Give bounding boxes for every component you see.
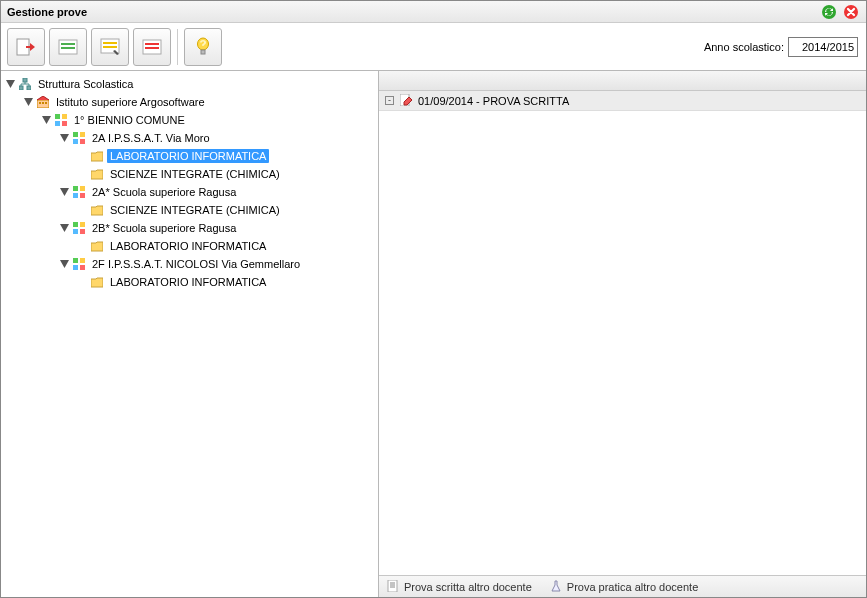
tree-pane[interactable]: Struttura Scolastica Istituto superiore … (1, 71, 379, 597)
list-header (379, 71, 866, 91)
year-input[interactable] (788, 37, 858, 57)
footer: Prova scritta altro docente Prova pratic… (379, 575, 866, 597)
tree-node-label: SCIENZE INTEGRATE (CHIMICA) (107, 203, 283, 217)
tree-node-label: LABORATORIO INFORMATICA (107, 239, 269, 253)
svg-rect-40 (80, 265, 85, 270)
expand-toggle[interactable] (59, 187, 69, 197)
svg-rect-29 (73, 186, 78, 191)
tree-class[interactable]: 2A I.P.S.S.A.T. Via Moro (55, 129, 378, 147)
svg-rect-30 (80, 186, 85, 191)
svg-rect-38 (80, 258, 85, 263)
toolbar: Anno scolastico: (1, 23, 866, 71)
svg-rect-8 (103, 46, 117, 48)
svg-rect-26 (80, 132, 85, 137)
svg-rect-22 (62, 114, 67, 119)
window-title: Gestione prove (7, 6, 816, 18)
svg-rect-39 (73, 265, 78, 270)
tree-node-label: 2A I.P.S.S.A.T. Via Moro (89, 131, 213, 145)
svg-rect-27 (73, 139, 78, 144)
svg-rect-4 (61, 43, 75, 45)
flask-icon (550, 580, 562, 594)
tree-root[interactable]: Struttura Scolastica (1, 75, 378, 93)
svg-rect-21 (55, 114, 60, 119)
svg-rect-20 (45, 102, 47, 104)
svg-rect-18 (39, 102, 41, 104)
svg-rect-33 (73, 222, 78, 227)
doc-icon (387, 580, 399, 594)
prova-scritta-verde-button[interactable] (49, 28, 87, 66)
svg-rect-11 (145, 47, 159, 49)
grid-icon (72, 131, 86, 145)
back-button[interactable] (7, 28, 45, 66)
grid-icon (72, 221, 86, 235)
tree-biennio[interactable]: 1° BIENNIO COMUNE (37, 111, 378, 129)
svg-rect-13 (201, 50, 205, 54)
svg-rect-23 (55, 121, 60, 126)
grid-icon (72, 257, 86, 271)
svg-rect-35 (73, 229, 78, 234)
legend-pratica: Prova pratica altro docente (550, 580, 698, 594)
body: Struttura Scolastica Istituto superiore … (1, 71, 866, 597)
tree-subject[interactable]: LABORATORIO INFORMATICA (73, 273, 378, 291)
tree-node-label: 1° BIENNIO COMUNE (71, 113, 188, 127)
tree-node-label: Istituto superiore Argosoftware (53, 95, 208, 109)
svg-rect-19 (42, 102, 44, 104)
tree-institute[interactable]: Istituto superiore Argosoftware (19, 93, 378, 111)
tree-subject[interactable]: LABORATORIO INFORMATICA (73, 237, 378, 255)
svg-rect-16 (27, 86, 31, 90)
toolbar-separator (177, 29, 178, 65)
collapse-icon[interactable]: - (385, 96, 394, 105)
tree-subject[interactable]: SCIENZE INTEGRATE (CHIMICA) (73, 201, 378, 219)
svg-rect-31 (73, 193, 78, 198)
tree-class[interactable]: 2B* Scuola superiore Ragusa (55, 219, 378, 237)
tree-node-label: 2B* Scuola superiore Ragusa (89, 221, 239, 235)
refresh-icon[interactable] (820, 3, 838, 21)
legend-scritta: Prova scritta altro docente (387, 580, 532, 594)
folder-icon (90, 275, 104, 289)
svg-rect-42 (388, 580, 397, 592)
tree-node-label: 2A* Scuola superiore Ragusa (89, 185, 239, 199)
tree-node-label: Struttura Scolastica (35, 77, 136, 91)
tree-subject[interactable]: LABORATORIO INFORMATICA (73, 147, 378, 165)
close-icon[interactable] (842, 3, 860, 21)
tree-class[interactable]: 2A* Scuola superiore Ragusa (55, 183, 378, 201)
year-label: Anno scolastico: (704, 41, 784, 53)
tree-node-label: LABORATORIO INFORMATICA (107, 275, 269, 289)
svg-rect-24 (62, 121, 67, 126)
grid-icon (72, 185, 86, 199)
hint-button[interactable] (184, 28, 222, 66)
svg-rect-32 (80, 193, 85, 198)
prova-scritta-rossa-button[interactable] (133, 28, 171, 66)
folder-icon (90, 239, 104, 253)
svg-rect-10 (145, 43, 159, 45)
list-item-label: 01/09/2014 - PROVA SCRITTA (418, 95, 569, 107)
folder-icon (90, 203, 104, 217)
expand-toggle[interactable] (23, 97, 33, 107)
svg-rect-5 (61, 47, 75, 49)
expand-toggle[interactable] (59, 133, 69, 143)
list-body[interactable]: - 01/09/2014 - PROVA SCRITTA (379, 91, 866, 575)
expand-toggle[interactable] (5, 79, 15, 89)
tree-subject[interactable]: SCIENZE INTEGRATE (CHIMICA) (73, 165, 378, 183)
tree-class[interactable]: 2F I.P.S.S.A.T. NICOLOSI Via Gemmellaro (55, 255, 378, 273)
svg-rect-36 (80, 229, 85, 234)
prova-scritta-gialla-button[interactable] (91, 28, 129, 66)
legend-label: Prova scritta altro docente (404, 581, 532, 593)
folder-icon (90, 167, 104, 181)
list-item[interactable]: - 01/09/2014 - PROVA SCRITTA (379, 91, 866, 111)
school-icon (36, 95, 50, 109)
svg-rect-25 (73, 132, 78, 137)
svg-rect-7 (103, 42, 117, 44)
expand-toggle[interactable] (59, 223, 69, 233)
year-wrap: Anno scolastico: (704, 37, 860, 57)
svg-rect-14 (23, 78, 27, 82)
expand-toggle[interactable] (41, 115, 51, 125)
grid-icon (54, 113, 68, 127)
svg-rect-34 (80, 222, 85, 227)
svg-rect-15 (19, 86, 23, 90)
tree-node-label: 2F I.P.S.S.A.T. NICOLOSI Via Gemmellaro (89, 257, 303, 271)
folder-icon (90, 149, 104, 163)
structure-icon (18, 77, 32, 91)
tree-node-label: SCIENZE INTEGRATE (CHIMICA) (107, 167, 283, 181)
expand-toggle[interactable] (59, 259, 69, 269)
